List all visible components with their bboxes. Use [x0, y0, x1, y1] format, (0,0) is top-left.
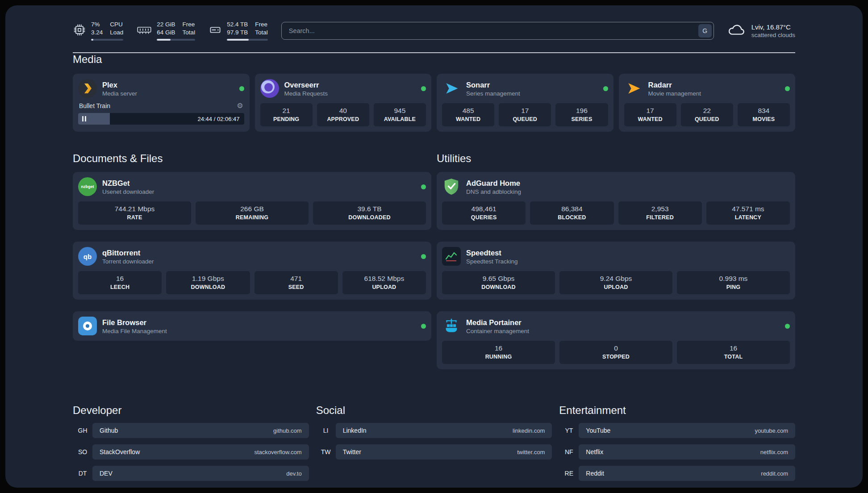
- status-dot: [421, 324, 426, 329]
- stat-box: 266 GB REMAINING: [196, 201, 309, 225]
- bookmark-link[interactable]: YouTube youtube.com: [579, 423, 795, 438]
- disk-total-label: Total: [255, 29, 268, 37]
- stat-box: 47.571 ms LATENCY: [706, 201, 790, 225]
- stat-box: 40 APPROVED: [317, 103, 369, 126]
- overseerr-icon: [260, 79, 279, 98]
- card-overseerr: Overseerr Media Requests 21 PENDING 40 A…: [255, 74, 432, 132]
- service-name: Overseerr: [284, 80, 328, 90]
- service-name: Radarr: [648, 80, 701, 90]
- sonarr-icon: [442, 79, 461, 98]
- service-link-sonarr[interactable]: Sonarr Series management: [442, 79, 608, 98]
- playback-time: 24:44 / 02:06:47: [198, 116, 240, 122]
- service-link-filebrowser[interactable]: File Browser Media File Management: [78, 317, 426, 335]
- bookmark-twitter: TW Twitter twitter.com: [316, 444, 552, 460]
- disk-usage-bar: [227, 39, 268, 41]
- topbar: 7% CPU 3.24 Load 22 GiB Free 64 Gi: [73, 21, 795, 41]
- service-name: Speedtest: [466, 248, 518, 258]
- weather-widget: Lviv, 16.87°C scattered clouds: [727, 23, 795, 38]
- radarr-icon: [624, 79, 643, 98]
- service-link-radarr[interactable]: Radarr Movie management: [624, 79, 790, 98]
- bookmark-dev: DT DEV dev.to: [73, 466, 309, 481]
- service-link-portainer[interactable]: Media Portainer Container management: [442, 317, 790, 335]
- stats-row: 744.21 Mbps RATE 266 GB REMAINING 39.6 T…: [78, 201, 426, 225]
- stat-box: 21 PENDING: [260, 103, 313, 126]
- memory-usage-bar: [157, 39, 195, 41]
- service-description: Media File Management: [102, 328, 167, 334]
- section-title-documents: Documents & Files: [73, 152, 431, 165]
- service-link-overseerr[interactable]: Overseerr Media Requests: [260, 79, 426, 98]
- gear-icon[interactable]: ⚙: [237, 102, 243, 109]
- bookmark-link[interactable]: Github github.com: [92, 423, 309, 438]
- service-link-adguard[interactable]: AdGuard Home DNS and adblocking: [442, 177, 790, 196]
- bookmark-abbr: RE: [559, 470, 579, 477]
- section-title-media: Media: [73, 53, 795, 66]
- bookmark-netflix: NF Netflix netflix.com: [559, 444, 795, 460]
- bookmark-abbr: NF: [559, 448, 579, 455]
- search-provider-badge: G: [698, 24, 712, 38]
- service-description: Torrent downloader: [102, 258, 154, 265]
- service-description: Movie management: [648, 90, 701, 97]
- bookmark-stackoverflow: SO StackOverflow stackoverflow.com: [73, 444, 309, 460]
- service-name: Media Portainer: [466, 318, 529, 327]
- stat-box: 0 STOPPED: [559, 341, 672, 364]
- middle-grid: Documents & Files nzbget NZBGet Usenet d…: [73, 152, 795, 369]
- speedtest-icon: [442, 247, 461, 266]
- stat-box: 16 TOTAL: [677, 341, 790, 364]
- service-link-qbittorrent[interactable]: qb qBittorrent Torrent downloader: [78, 247, 426, 266]
- stat-box: 16 LEECH: [78, 271, 162, 294]
- bookmark-abbr: GH: [73, 427, 92, 434]
- stat-box: 196 SERIES: [555, 103, 608, 126]
- memory-total-label: Total: [183, 29, 196, 37]
- bookmark-github: GH Github github.com: [73, 423, 309, 438]
- cpu-label: CPU: [110, 21, 123, 29]
- pause-icon: [82, 116, 86, 121]
- status-dot: [421, 86, 426, 91]
- memory-widget: 22 GiB Free 64 GiB Total: [137, 21, 195, 41]
- bookmark-link[interactable]: LinkedIn linkedin.com: [336, 423, 552, 438]
- bookmark-link[interactable]: DEV dev.to: [92, 466, 309, 481]
- stat-box: 0.993 ms PING: [677, 271, 790, 294]
- now-playing-title: Bullet Train: [79, 102, 110, 109]
- stat-box: 22 QUEUED: [681, 103, 733, 126]
- stat-box: 498,461 QUERIES: [442, 201, 526, 225]
- stats-row: 16 RUNNING 0 STOPPED 16 TOTAL: [442, 341, 790, 364]
- portainer-icon: [442, 317, 461, 335]
- card-nzbget: nzbget NZBGet Usenet downloader 744.21 M…: [73, 172, 431, 230]
- stats-row: 485 WANTED 17 QUEUED 196 SERIES: [442, 103, 608, 126]
- memory-icon: [137, 25, 152, 37]
- bookmark-link[interactable]: Reddit reddit.com: [579, 466, 795, 481]
- disk-total-value: 97.9 TB: [227, 29, 248, 37]
- section-title-utilities: Utilities: [437, 152, 795, 165]
- card-radarr: Radarr Movie management 17 WANTED 22 QUE…: [619, 74, 796, 132]
- disk-icon: [209, 23, 222, 38]
- memory-free-label: Free: [183, 21, 196, 29]
- entertainment-column: Entertainment YT YouTube youtube.com NF …: [559, 404, 795, 481]
- social-column: Social LI LinkedIn linkedin.com TW Twitt…: [316, 404, 552, 481]
- documents-column: Documents & Files nzbget NZBGet Usenet d…: [73, 152, 431, 369]
- stats-row: 498,461 QUERIES 86,384 BLOCKED 2,953 FIL…: [442, 201, 790, 225]
- service-link-nzbget[interactable]: nzbget NZBGet Usenet downloader: [78, 177, 426, 196]
- stat-box: 945 AVAILABLE: [374, 103, 426, 126]
- memory-total-value: 64 GiB: [157, 29, 175, 37]
- bookmark-youtube: YT YouTube youtube.com: [559, 423, 795, 438]
- service-link-speedtest[interactable]: Speedtest Speedtest Tracking: [442, 247, 790, 266]
- bookmark-link[interactable]: Twitter twitter.com: [336, 444, 552, 460]
- service-link-plex[interactable]: Plex Media server: [78, 79, 244, 98]
- search-input[interactable]: [281, 22, 714, 40]
- service-name: qBittorrent: [102, 248, 154, 258]
- bookmark-link[interactable]: StackOverflow stackoverflow.com: [92, 444, 309, 460]
- media-grid: Plex Media server Bullet Train ⚙ 24:44 /…: [73, 74, 795, 132]
- bookmark-abbr: TW: [316, 448, 336, 455]
- stat-box: 17 WANTED: [624, 103, 676, 126]
- stat-box: 471 SEED: [255, 271, 338, 294]
- service-name: NZBGet: [102, 179, 154, 188]
- service-description: Series management: [466, 90, 520, 97]
- bookmarks-grid: Developer GH Github github.com SO StackO…: [73, 404, 795, 481]
- card-adguard: AdGuard Home DNS and adblocking 498,461 …: [437, 172, 795, 230]
- status-dot: [421, 254, 426, 259]
- cpu-widget: 7% CPU 3.24 Load: [73, 21, 123, 41]
- bookmark-link[interactable]: Netflix netflix.com: [579, 444, 795, 460]
- section-title-developer: Developer: [73, 404, 309, 417]
- card-plex: Plex Media server Bullet Train ⚙ 24:44 /…: [73, 74, 250, 132]
- stat-box: 17 QUEUED: [499, 103, 551, 126]
